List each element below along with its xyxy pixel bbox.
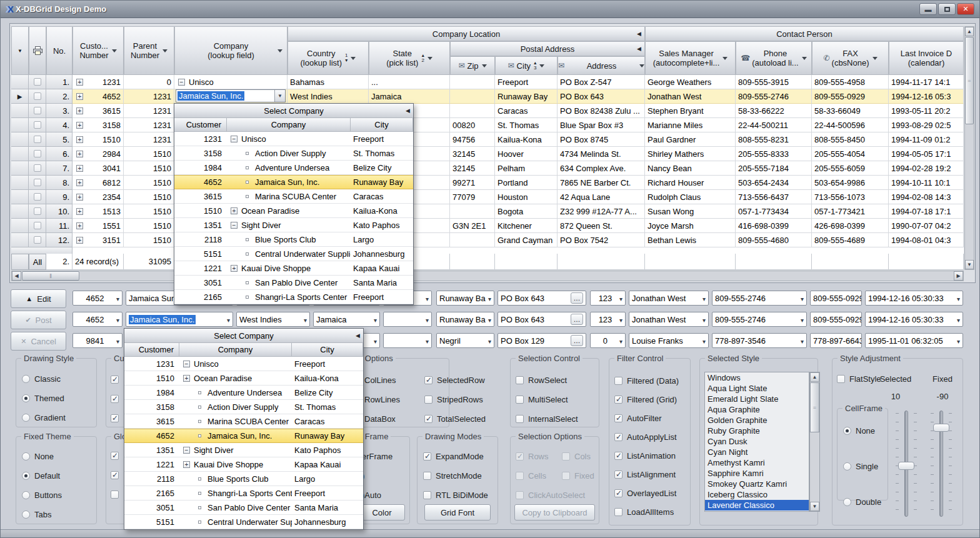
glo-checkbox-2[interactable] [111,471,119,479]
table-row[interactable]: 8. 6812 1510 99271 Portland 7865 NE Barb… [11,176,964,190]
popup-col-company[interactable]: Company [179,343,292,357]
row-checkbox[interactable] [29,233,46,247]
cell-last-invoice[interactable]: 1994-10-11 10:1 [889,176,964,190]
cell-zip[interactable]: 32145 [450,161,495,176]
cell-sales-manager[interactable]: Stephen Bryant [645,104,736,118]
filter-icon[interactable] [539,64,544,67]
cell-last-invoice[interactable]: 1994-07-18 17:1 [889,204,964,219]
cell-sales-manager[interactable]: Susan Wong [645,204,736,219]
city-combo[interactable]: Runaway Ba [436,312,494,327]
style-list-item[interactable]: Amethyst Kamri [705,457,809,468]
tree-node-icon[interactable] [198,506,201,509]
chevron-down-icon[interactable] [701,294,706,303]
checkbox-rtl-bidimode[interactable]: RTL BiDiMode [423,491,488,500]
popup-list-item[interactable]: 3158 Action Diver Supply St. Thomas [174,146,413,161]
style-list-item[interactable]: Cyan Dusk [705,436,809,447]
table-row[interactable]: 12. 3151 1510 Grand Cayman PO Box 7542 B… [11,233,964,247]
cell-customer-number[interactable]: 1513 [72,204,124,219]
popup-header[interactable]: Select Company ◀ [124,329,363,343]
tree-node-icon[interactable] [246,181,249,184]
row-checkbox[interactable] [29,147,46,161]
cell-address[interactable]: PO Box 643 [558,89,645,104]
cell-fax[interactable]: 205-555-6059 [812,161,889,176]
cell-last-invoice[interactable]: 1994-02-08 14:3 [889,190,964,204]
tree-node-icon[interactable] [231,136,238,142]
filter-icon[interactable] [162,49,168,52]
cell-customer-number[interactable]: 2354 [72,190,124,204]
cell-customer-number[interactable]: 6812 [72,176,124,190]
cell-city[interactable]: St. Thomas [495,118,558,132]
cell-address[interactable]: PO Box 82438 Zulu ... [558,104,645,118]
popup-list-item[interactable]: 1231 Unisco Freeport [174,132,413,146]
cell-sales-manager[interactable]: Jonathan West [645,89,736,104]
customer-number-combo[interactable]: 9841 [72,333,122,348]
style-list-item[interactable]: Emerald Light Slate [705,394,809,404]
cell-parent-number[interactable]: 1510 [124,176,174,190]
cell-fax[interactable]: 808-555-8450 [812,132,889,147]
sales-manager-combo[interactable]: Jonathan West [629,312,709,327]
chevron-down-icon[interactable] [486,315,491,324]
cell-customer-number[interactable]: 3158 [72,118,124,132]
fax-field[interactable]: 809-555-0929 [810,291,862,306]
chevron-down-icon[interactable] [424,336,429,346]
cell-phone[interactable]: 809-555-2746 [736,89,812,104]
style-list-item[interactable]: Smokey Quartz Kamri [705,479,809,489]
tree-node-icon[interactable] [246,152,249,155]
cell-fax[interactable]: 426-698-0399 [812,219,889,233]
phone-combo[interactable]: 809-555-2746 [712,312,807,327]
cell-customer-number[interactable]: 4652 [72,89,124,104]
cell-phone[interactable]: 205-555-7184 [736,161,812,176]
table-row[interactable]: 3. 3615 1231 Caracas PO Box 82438 Zulu .… [11,104,964,118]
style-list-scroll-thumb[interactable]: = [810,382,819,432]
cell-parent-number[interactable]: 1231 [124,132,174,147]
row-checkbox[interactable] [29,132,46,147]
expand-icon[interactable] [76,222,83,229]
column-header-no[interactable]: No. [46,26,72,75]
checkbox-loadallitems[interactable]: LoadAllItems [614,507,674,517]
cell-parent-number[interactable]: 0 [124,75,174,89]
column-header-last-invoice[interactable]: Last Invoice D(calendar) [889,41,964,75]
cell-address[interactable]: 872 Queen St. [558,219,645,233]
filter-icon[interactable] [482,64,487,67]
cell-fax[interactable]: 809-555-0929 [812,89,889,104]
close-button[interactable]: ✕ [957,3,974,15]
chevron-down-icon[interactable] [618,336,622,346]
cell-sales-manager[interactable]: Joyce Marsh [645,219,736,233]
tree-node-icon[interactable] [198,420,201,423]
checkbox-overlayedlist[interactable]: OverlayedList [614,489,676,498]
checkbox-stripedrows[interactable]: StripedRows [424,395,483,404]
cell-sales-manager[interactable]: Shirley Mathers [645,147,736,161]
popup-list-item[interactable]: 1984 Adventure Undersea Belize City [174,161,413,175]
grid-font-button[interactable]: Grid Font [424,504,491,521]
cell-city[interactable]: Kitchener [495,219,558,233]
tree-node-icon[interactable] [183,375,190,382]
style-list-item[interactable]: Aqua Graphite [705,404,809,415]
chevron-down-icon[interactable] [372,315,377,324]
restore-button[interactable] [938,3,956,15]
glo-checkbox-1[interactable] [111,452,119,460]
popup-list-item[interactable]: 3615 Marina SCUBA Center Caracas [174,189,413,204]
selected-slider-thumb[interactable] [898,462,914,470]
column-header-city[interactable]: ✉ City ▴3 [495,56,558,75]
cell-sales-manager[interactable]: Marianne Miles [645,118,736,132]
cell-sales-manager[interactable]: Bethan Lewis [645,233,736,247]
checkbox-cols[interactable]: Cols [562,452,591,461]
checkbox-filtered-data[interactable]: Filtered (Data) [614,376,679,386]
checkbox-autofilter[interactable]: AutoFilter [614,414,662,423]
city-combo[interactable]: Negril [436,333,494,348]
popup-list-item[interactable]: 5151 Central Underwater Supplies Johanne… [174,247,413,261]
checkbox-listanimation[interactable]: ListAnimation [614,451,676,461]
cell-sales-manager[interactable]: Nancy Bean [645,161,736,176]
table-row[interactable]: 11. 1551 1510 G3N 2E1 Kitchener 872 Quee… [11,219,964,233]
cell-phone[interactable]: 809-555-4680 [736,233,812,247]
radio-gradient[interactable]: Gradient [22,413,66,422]
cell-fax[interactable]: 22-44-500596 [812,118,889,132]
expand-icon[interactable] [76,93,83,100]
cell-phone[interactable]: 809-555-3915 [736,75,812,89]
radio-classic[interactable]: Classic [22,374,61,384]
filter-icon[interactable] [802,57,807,60]
inline-company-editor[interactable]: Jamaica Sun, Inc. ▼ [176,89,286,102]
ellipsis-button[interactable]: … [571,292,583,304]
column-header-sales-manager[interactable]: Sales Manager(autocomplete+li... [645,41,736,75]
cell-state[interactable]: Jamaica [369,89,450,104]
